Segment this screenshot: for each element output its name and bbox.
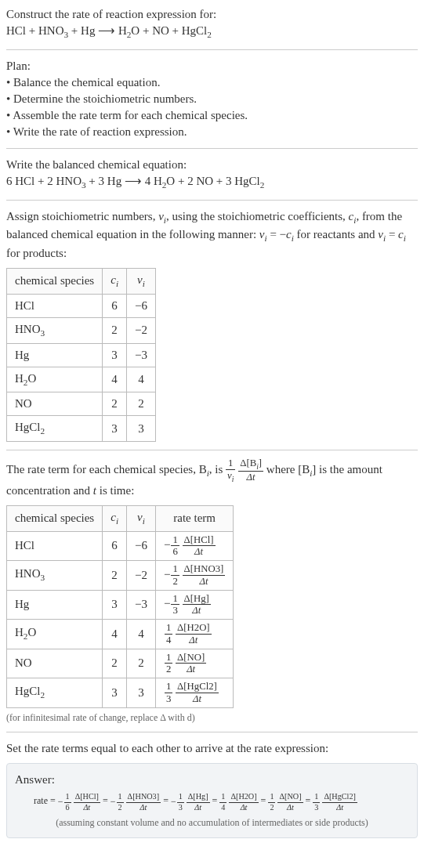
c-cell: 2 bbox=[103, 392, 127, 416]
c-cell: 6 bbox=[103, 294, 127, 317]
table-header: chemical species bbox=[7, 269, 103, 295]
c-cell: 3 bbox=[103, 590, 127, 620]
table-header: ci bbox=[103, 269, 127, 295]
c-cell: 3 bbox=[103, 678, 127, 708]
table-header: ci bbox=[103, 505, 127, 531]
table-row: HCl 6 −6 bbox=[7, 294, 156, 317]
divider bbox=[6, 200, 418, 201]
nu-cell: 2 bbox=[127, 649, 156, 678]
table-row: HCl 6 −6 −16 Δ[HCl]Δt bbox=[7, 531, 234, 561]
rate-term-table: chemical species ci νi rate term HCl 6 −… bbox=[6, 505, 234, 708]
intro-line1: Construct the rate of reaction expressio… bbox=[6, 6, 418, 23]
answer-label: Answer: bbox=[15, 772, 409, 788]
set-equal-text: Set the rate terms equal to each other t… bbox=[6, 740, 418, 757]
intro-section: Construct the rate of reaction expressio… bbox=[6, 6, 418, 42]
plan-item: Assemble the rate term for each chemical… bbox=[6, 107, 418, 124]
rate-cell: 12 Δ[NO]Δt bbox=[155, 649, 233, 678]
table-row: HNO3 2 −2 bbox=[7, 317, 156, 343]
table-header: chemical species bbox=[7, 505, 103, 531]
table-row: Hg 3 −3 bbox=[7, 343, 156, 367]
table-row: Hg 3 −3 −13 Δ[Hg]Δt bbox=[7, 590, 234, 620]
c-cell: 2 bbox=[103, 317, 127, 343]
balanced-section: Write the balanced chemical equation: 6 … bbox=[6, 157, 418, 192]
plan-item: Determine the stoichiometric numbers. bbox=[6, 91, 418, 107]
unbalanced-equation: HCl + HNO3 + Hg ⟶ H2O + NO + HgCl2 bbox=[6, 23, 418, 42]
stoich-intro: Assign stoichiometric numbers, νi, using… bbox=[6, 208, 418, 262]
c-cell: 4 bbox=[103, 620, 127, 649]
c-cell: 6 bbox=[103, 531, 127, 561]
species-cell: HNO3 bbox=[7, 561, 103, 591]
divider bbox=[6, 732, 418, 732]
c-cell: 2 bbox=[103, 561, 127, 591]
rate-intro: The rate term for each chemical species,… bbox=[6, 458, 418, 499]
species-cell: NO bbox=[7, 392, 103, 416]
answer-assumption: (assuming constant volume and no accumul… bbox=[15, 816, 409, 830]
rate-cell: −13 Δ[Hg]Δt bbox=[155, 590, 233, 620]
nu-cell: −2 bbox=[127, 317, 156, 343]
c-cell: 3 bbox=[103, 343, 127, 367]
species-cell: Hg bbox=[7, 590, 103, 620]
nu-cell: 4 bbox=[127, 367, 156, 392]
table-header-row: chemical species ci νi rate term bbox=[7, 505, 234, 531]
nu-cell: 3 bbox=[127, 416, 156, 442]
rate-cell: −12 Δ[HNO3]Δt bbox=[155, 561, 233, 591]
c-cell: 3 bbox=[103, 416, 127, 442]
species-cell: HgCl2 bbox=[7, 678, 103, 708]
rate-cell: 14 Δ[H2O]Δt bbox=[155, 620, 233, 649]
plan-title: Plan: bbox=[6, 58, 418, 74]
table-row: H2O 4 4 14 Δ[H2O]Δt bbox=[7, 620, 234, 649]
fraction: Δ[Bi]Δt bbox=[238, 458, 263, 483]
nu-cell: −3 bbox=[127, 590, 156, 620]
rate-cell: −16 Δ[HCl]Δt bbox=[155, 531, 233, 561]
species-cell: HCl bbox=[7, 531, 103, 561]
species-cell: NO bbox=[7, 649, 103, 678]
nu-cell: −3 bbox=[127, 343, 156, 367]
species-cell: H2O bbox=[7, 367, 103, 392]
table-row: NO 2 2 12 Δ[NO]Δt bbox=[7, 649, 234, 678]
table-row: H2O 4 4 bbox=[7, 367, 156, 392]
c-cell: 4 bbox=[103, 367, 127, 392]
nu-cell: 2 bbox=[127, 392, 156, 416]
plan-list: Balance the chemical equation. Determine… bbox=[6, 74, 418, 140]
nu-cell: 4 bbox=[127, 620, 156, 649]
table-row: HgCl2 3 3 13 Δ[HgCl2]Δt bbox=[7, 678, 234, 708]
species-cell: Hg bbox=[7, 343, 103, 367]
divider bbox=[6, 49, 418, 50]
species-cell: HgCl2 bbox=[7, 416, 103, 442]
c-cell: 2 bbox=[103, 649, 127, 678]
table-row: NO 2 2 bbox=[7, 392, 156, 416]
balanced-equation: 6 HCl + 2 HNO3 + 3 Hg ⟶ 4 H2O + 2 NO + 3… bbox=[6, 173, 418, 192]
balanced-title: Write the balanced chemical equation: bbox=[6, 157, 418, 173]
stoich-table: chemical species ci νi HCl 6 −6 HNO3 2 −… bbox=[6, 268, 156, 442]
table-header: νi bbox=[127, 269, 156, 295]
table-row: HNO3 2 −2 −12 Δ[HNO3]Δt bbox=[7, 561, 234, 591]
species-cell: H2O bbox=[7, 620, 103, 649]
nu-cell: −6 bbox=[127, 531, 156, 561]
nu-cell: −6 bbox=[127, 294, 156, 317]
plan-section: Plan: Balance the chemical equation. Det… bbox=[6, 58, 418, 140]
rate-expression: rate = −16 Δ[HCl]Δt = −12 Δ[HNO3]Δt = −1… bbox=[15, 793, 409, 811]
table-header: rate term bbox=[155, 505, 233, 531]
plan-item: Balance the chemical equation. bbox=[6, 74, 418, 91]
table-header: νi bbox=[127, 505, 156, 531]
plan-item: Write the rate of reaction expression. bbox=[6, 124, 418, 140]
divider bbox=[6, 148, 418, 149]
nu-cell: 3 bbox=[127, 678, 156, 708]
table-header-row: chemical species ci νi bbox=[7, 269, 156, 295]
fraction: 1νi bbox=[226, 458, 235, 483]
species-cell: HCl bbox=[7, 294, 103, 317]
infinitesimal-note: (for infinitesimal rate of change, repla… bbox=[6, 711, 418, 725]
table-row: HgCl2 3 3 bbox=[7, 416, 156, 442]
nu-cell: −2 bbox=[127, 561, 156, 591]
divider bbox=[6, 450, 418, 450]
species-cell: HNO3 bbox=[7, 317, 103, 343]
rate-cell: 13 Δ[HgCl2]Δt bbox=[155, 678, 233, 708]
answer-box: Answer: rate = −16 Δ[HCl]Δt = −12 Δ[HNO3… bbox=[6, 763, 418, 837]
